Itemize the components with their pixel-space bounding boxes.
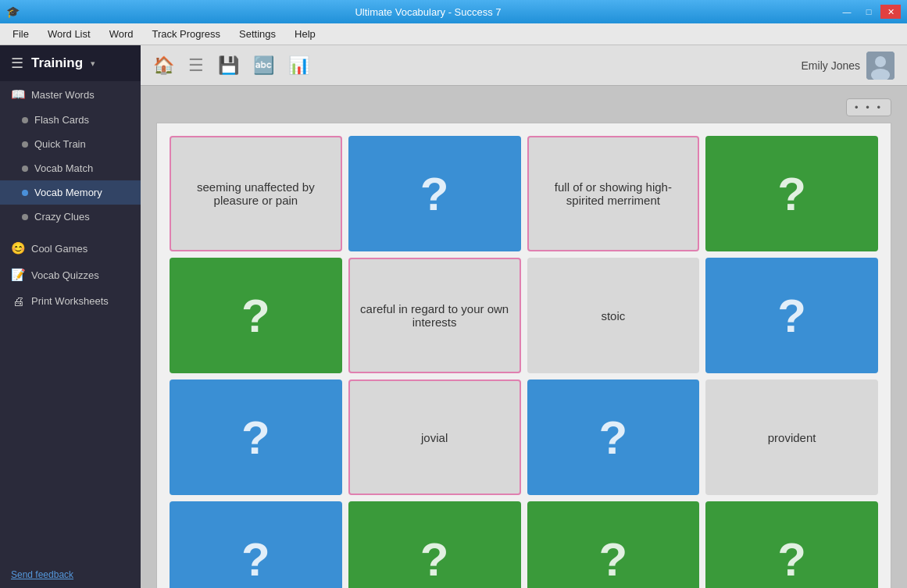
- question-mark-icon: ?: [241, 533, 270, 586]
- card-question-4[interactable]: ?: [705, 258, 878, 373]
- question-mark-icon: ?: [599, 533, 628, 586]
- toolbar-right: Emily Jones: [802, 52, 895, 80]
- card-jovial-word[interactable]: jovial: [348, 380, 521, 495]
- sidebar-item-flash-cards[interactable]: Flash Cards: [0, 108, 141, 132]
- book-icon: 📖: [11, 87, 25, 102]
- send-feedback-link[interactable]: Send feedback: [11, 569, 73, 580]
- smiley-icon: 😊: [11, 241, 25, 255]
- sidebar-item-vocab-match[interactable]: Vocab Match: [0, 156, 141, 180]
- alphabet-icon[interactable]: 🔤: [253, 55, 274, 76]
- card-question-10[interactable]: ?: [705, 501, 878, 588]
- quiz-icon: 📝: [11, 268, 25, 282]
- card-question-2[interactable]: ?: [705, 136, 878, 251]
- question-mark-icon: ?: [777, 289, 806, 343]
- sidebar: ☰ Training ▾ 📖 Master Words Flash Cards …: [0, 45, 141, 588]
- card-text: seeming unaffected by pleasure or pain: [180, 180, 331, 207]
- sidebar-item-quick-train[interactable]: Quick Train: [0, 132, 141, 156]
- question-mark-icon: ?: [241, 411, 270, 465]
- question-mark-icon: ?: [420, 533, 449, 586]
- card-question-9[interactable]: ?: [527, 501, 700, 588]
- game-area: • • • seeming unaffected by pleasure or …: [141, 86, 907, 588]
- sidebar-item-cool-games[interactable]: 😊 Cool Games: [0, 235, 141, 262]
- toolbar: 🏠 ☰ 💾 🔤 📊 Emily Jones: [141, 45, 907, 86]
- sidebar-label-vocab-memory: Vocab Memory: [34, 187, 102, 198]
- app-body: ☰ Training ▾ 📖 Master Words Flash Cards …: [0, 45, 907, 588]
- sidebar-label-cool-games: Cool Games: [31, 243, 87, 255]
- sidebar-label-master-words: Master Words: [31, 89, 95, 101]
- card-text: careful in regard to your own interests: [359, 302, 510, 329]
- sidebar-label-print-worksheets: Print Worksheets: [31, 295, 109, 307]
- sidebar-footer: Send feedback: [0, 561, 141, 588]
- card-jovial-definition[interactable]: full of or showing high-spirited merrime…: [527, 136, 700, 251]
- card-question-1[interactable]: ?: [348, 136, 521, 251]
- menu-track-progress[interactable]: Track Progress: [142, 25, 230, 43]
- card-stoic-definition-1[interactable]: seeming unaffected by pleasure or pain: [170, 136, 342, 251]
- sidebar-item-vocab-quizzes[interactable]: 📝 Vocab Quizzes: [0, 262, 141, 288]
- card-text: jovial: [421, 431, 448, 444]
- sidebar-label-vocab-match: Vocab Match: [34, 162, 93, 174]
- save-icon[interactable]: 💾: [218, 55, 239, 76]
- menu-settings[interactable]: Settings: [230, 25, 285, 43]
- question-mark-icon: ?: [777, 533, 806, 586]
- card-question-8[interactable]: ?: [348, 501, 521, 588]
- bullet-icon: [22, 190, 28, 196]
- card-provident-word[interactable]: provident: [705, 380, 878, 495]
- card-stoic-word[interactable]: stoic: [527, 258, 700, 373]
- bullet-icon: [22, 166, 28, 172]
- bullet-icon: [22, 214, 28, 220]
- question-mark-icon: ?: [241, 289, 270, 343]
- card-text: stoic: [601, 309, 625, 323]
- content-area: 🏠 ☰ 💾 🔤 📊 Emily Jones • •: [141, 45, 907, 588]
- app-icon: 🎓: [6, 5, 20, 18]
- print-icon: 🖨: [11, 294, 25, 308]
- sidebar-item-crazy-clues[interactable]: Crazy Clues: [0, 205, 141, 229]
- menu-bar: File Word List Word Track Progress Setti…: [0, 23, 907, 45]
- sidebar-item-master-words[interactable]: 📖 Master Words: [0, 81, 141, 108]
- home-icon[interactable]: 🏠: [153, 55, 174, 76]
- menu-word-list[interactable]: Word List: [38, 25, 100, 43]
- sidebar-training-label: Training: [31, 55, 83, 71]
- sidebar-item-print-worksheets[interactable]: 🖨 Print Worksheets: [0, 288, 141, 314]
- toolbar-icons: 🏠 ☰ 💾 🔤 📊: [153, 55, 309, 76]
- card-text: full of or showing high-spirited merrime…: [538, 180, 689, 207]
- avatar: [866, 52, 895, 80]
- bullet-icon: [22, 117, 28, 123]
- card-provident-definition[interactable]: careful in regard to your own interests: [348, 258, 521, 373]
- more-options-area: • • •: [156, 98, 891, 116]
- sidebar-label-crazy-clues: Crazy Clues: [34, 211, 90, 223]
- maximize-button[interactable]: □: [859, 5, 879, 19]
- menu-help[interactable]: Help: [285, 25, 325, 43]
- sidebar-label-vocab-quizzes: Vocab Quizzes: [31, 269, 99, 281]
- more-options-button[interactable]: • • •: [846, 98, 891, 116]
- card-question-5[interactable]: ?: [170, 380, 342, 495]
- hamburger-icon: ☰: [11, 55, 23, 72]
- sidebar-nav: 📖 Master Words Flash Cards Quick Train V…: [0, 81, 141, 561]
- minimize-button[interactable]: —: [837, 5, 857, 19]
- chevron-down-icon: ▾: [91, 59, 95, 69]
- card-text: provident: [768, 431, 816, 444]
- title-bar: 🎓 Ultimate Vocabulary - Success 7 — □ ✕: [0, 0, 907, 23]
- question-mark-icon: ?: [599, 411, 628, 465]
- menu-file[interactable]: File: [3, 25, 38, 43]
- sidebar-label-flash-cards: Flash Cards: [34, 114, 89, 126]
- title-bar-title: Ultimate Vocabulary - Success 7: [20, 6, 837, 18]
- card-grid: seeming unaffected by pleasure or pain ?…: [156, 123, 891, 588]
- menu-word[interactable]: Word: [100, 25, 143, 43]
- window-controls: — □ ✕: [837, 5, 901, 19]
- card-question-7[interactable]: ?: [170, 501, 342, 588]
- sidebar-label-quick-train: Quick Train: [34, 138, 86, 150]
- svg-point-1: [875, 56, 886, 67]
- user-name: Emily Jones: [802, 59, 860, 72]
- chart-icon[interactable]: 📊: [288, 55, 309, 76]
- question-mark-icon: ?: [777, 167, 806, 221]
- list-icon[interactable]: ☰: [188, 55, 204, 76]
- card-question-6[interactable]: ?: [527, 380, 700, 495]
- close-button[interactable]: ✕: [880, 5, 901, 19]
- sidebar-header[interactable]: ☰ Training ▾: [0, 45, 141, 81]
- sidebar-item-vocab-memory[interactable]: Vocab Memory: [0, 180, 141, 205]
- card-question-3[interactable]: ?: [170, 258, 342, 373]
- question-mark-icon: ?: [420, 167, 449, 221]
- bullet-icon: [22, 141, 28, 148]
